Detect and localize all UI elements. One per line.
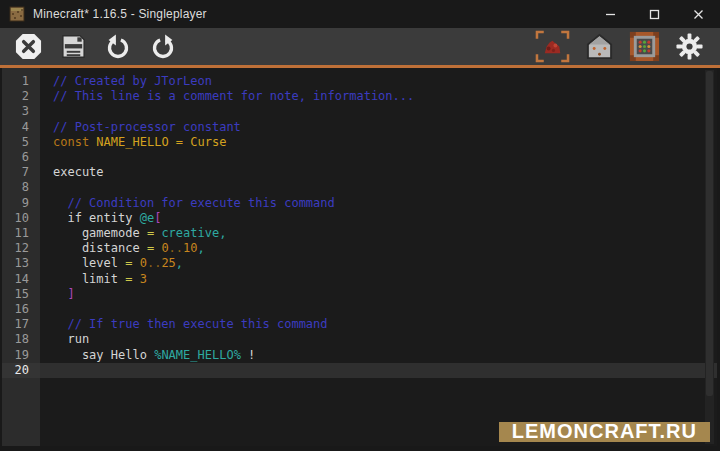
maximize-icon [649, 9, 660, 20]
code-text[interactable]: limit = 3 [40, 272, 717, 287]
code-line: 3 [2, 104, 717, 119]
code-text[interactable]: run [40, 332, 717, 347]
line-number: 14 [2, 272, 40, 287]
code-line: 14 limit = 3 [2, 272, 717, 287]
code-line: 8 [2, 180, 717, 195]
scrollbar-thumb[interactable] [706, 71, 713, 396]
code-text[interactable] [40, 363, 717, 378]
save-button[interactable] [60, 33, 87, 60]
redstone-capture-icon [535, 30, 570, 63]
title-bar: Minecraft* 1.16.5 - Singleplayer [0, 0, 720, 28]
code-line: 13 level = 0..25, [2, 256, 717, 271]
save-icon [60, 33, 87, 60]
line-number: 12 [2, 241, 40, 256]
code-line: 5const NAME_HELLO = Curse [2, 135, 717, 150]
home-button[interactable] [585, 32, 614, 61]
code-line: 11 gamemode = creative, [2, 226, 717, 241]
line-number: 18 [2, 332, 40, 347]
code-line: 9 // Condition for execute this command [2, 196, 717, 211]
line-number: 2 [2, 89, 40, 104]
code-text[interactable] [40, 104, 717, 119]
crafting-gui-icon [629, 31, 660, 62]
line-number: 5 [2, 135, 40, 150]
toolbar [0, 28, 720, 65]
line-number: 9 [2, 196, 40, 211]
undo-icon [104, 33, 132, 61]
code-editor[interactable]: 1// Created by JTorLeon2// This line is … [0, 68, 720, 451]
line-number: 6 [2, 150, 40, 165]
line-number: 3 [2, 104, 40, 119]
settings-button[interactable] [675, 32, 704, 61]
window-title: Minecraft* 1.16.5 - Singleplayer [33, 7, 207, 21]
line-number: 13 [2, 256, 40, 271]
code-text[interactable]: // Post-processor constant [40, 120, 717, 135]
line-number: 11 [2, 226, 40, 241]
code-line: 7execute [2, 165, 717, 180]
line-number: 19 [2, 348, 40, 363]
code-line: 6 [2, 150, 717, 165]
code-text[interactable]: distance = 0..10, [40, 241, 717, 256]
code-line: 1// Created by JTorLeon [2, 74, 717, 89]
line-number: 8 [2, 180, 40, 195]
code-text[interactable]: // Created by JTorLeon [40, 74, 717, 89]
crafting-gui-button[interactable] [629, 31, 660, 62]
code-text[interactable] [40, 302, 717, 317]
redstone-capture-button[interactable] [535, 30, 570, 63]
code-text[interactable]: // Condition for execute this command [40, 196, 717, 211]
code-line: 10 if entity @e[ [2, 211, 717, 226]
code-line: 12 distance = 0..10, [2, 241, 717, 256]
code-line: 4// Post-processor constant [2, 120, 717, 135]
line-number: 17 [2, 317, 40, 332]
code-line: 18 run [2, 332, 717, 347]
undo-button[interactable] [104, 33, 132, 61]
code-line: 2// This line is a comment for note, inf… [2, 89, 717, 104]
minimize-button[interactable] [588, 0, 632, 28]
code-line: 19 say Hello %NAME_HELLO% ! [2, 348, 717, 363]
maximize-button[interactable] [632, 0, 676, 28]
settings-gear-icon [675, 32, 704, 61]
redo-button[interactable] [149, 33, 177, 61]
line-number: 4 [2, 120, 40, 135]
minimize-icon [605, 9, 616, 20]
line-number: 16 [2, 302, 40, 317]
code-text[interactable]: // If true then execute this command [40, 317, 717, 332]
grass-block-icon [9, 6, 25, 22]
toolbar-right-group [535, 30, 704, 63]
code-text[interactable]: execute [40, 165, 717, 180]
redo-icon [149, 33, 177, 61]
code-text[interactable]: gamemode = creative, [40, 226, 717, 241]
watermark-badge: LEMONCRAFT.RU [499, 422, 710, 442]
code-text[interactable]: const NAME_HELLO = Curse [40, 135, 717, 150]
code-line: 20 [2, 363, 717, 378]
code-line: 15 ] [2, 287, 717, 302]
code-line: 17 // If true then execute this command [2, 317, 717, 332]
code-text[interactable]: ] [40, 287, 717, 302]
code-line: 16 [2, 302, 717, 317]
close-file-button[interactable] [14, 32, 43, 61]
code-text[interactable]: level = 0..25, [40, 256, 717, 271]
scrollbar-track[interactable] [705, 70, 714, 444]
line-number: 20 [2, 363, 40, 378]
close-file-icon [14, 32, 43, 61]
close-icon [693, 9, 704, 20]
line-number: 1 [2, 74, 40, 89]
app-window: Minecraft* 1.16.5 - Singleplayer [0, 0, 720, 451]
close-button[interactable] [676, 0, 720, 28]
code-text[interactable] [40, 180, 717, 195]
code-lines: 1// Created by JTorLeon2// This line is … [2, 68, 717, 378]
line-number: 10 [2, 211, 40, 226]
code-text[interactable]: if entity @e[ [40, 211, 717, 226]
window-controls [588, 0, 720, 28]
code-text[interactable]: say Hello %NAME_HELLO% ! [40, 348, 717, 363]
code-text[interactable] [40, 150, 717, 165]
line-number: 15 [2, 287, 40, 302]
home-icon [585, 32, 614, 61]
line-number: 7 [2, 165, 40, 180]
code-text[interactable]: // This line is a comment for note, info… [40, 89, 717, 104]
